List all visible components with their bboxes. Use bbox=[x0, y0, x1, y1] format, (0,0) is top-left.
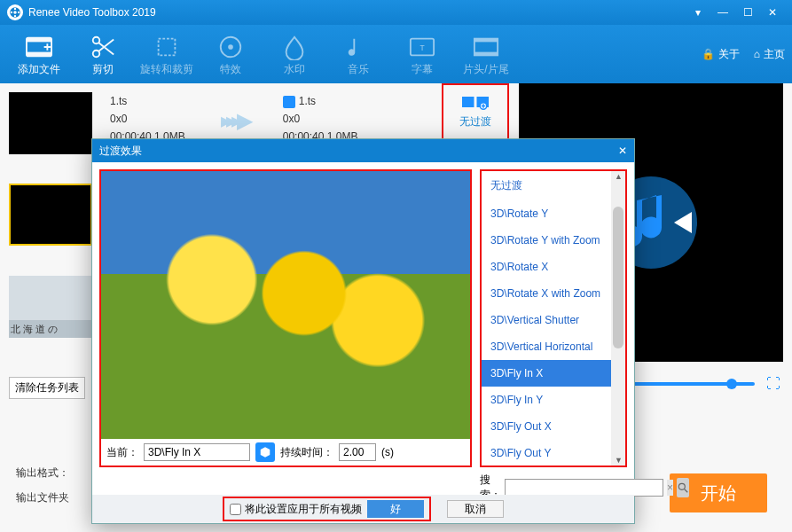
svg-point-4 bbox=[11, 12, 12, 13]
dest-info: 1.ts 0x0 00:00:40 1.0MB bbox=[283, 92, 358, 145]
dialog-title: 过渡效果 bbox=[99, 144, 142, 159]
svg-point-24 bbox=[678, 483, 685, 489]
effect-item[interactable]: 3D\Fly Out X bbox=[482, 413, 625, 440]
scroll-down-icon[interactable]: ▼ bbox=[615, 456, 623, 465]
effect-item[interactable]: 无过渡 bbox=[482, 171, 625, 200]
effect-item[interactable]: 3D\Rotate Y with Zoom bbox=[482, 227, 625, 254]
svg-point-10 bbox=[93, 50, 100, 57]
film-add-icon bbox=[7, 32, 71, 62]
search-button[interactable] bbox=[677, 478, 689, 497]
apply-all-box: 将此设置应用于所有视频 好 bbox=[223, 497, 430, 521]
file-thumb-2[interactable] bbox=[9, 184, 92, 246]
note-icon bbox=[326, 32, 390, 62]
svg-point-1 bbox=[13, 11, 17, 14]
effect-item[interactable]: 3D\Fly In X bbox=[482, 360, 625, 387]
watermark-button[interactable]: 水印 bbox=[263, 32, 326, 77]
dropdown-icon[interactable]: ▾ bbox=[686, 6, 710, 19]
home-link[interactable]: ⌂主页 bbox=[754, 47, 785, 62]
lock-icon: 🔒 bbox=[702, 48, 715, 60]
dialog-footer: 将此设置应用于所有视频 好 取消 bbox=[92, 495, 634, 523]
subtitle-button[interactable]: T 字幕 bbox=[390, 32, 454, 77]
effect-item[interactable]: 3D\Fly Out Y bbox=[482, 440, 625, 466]
transition-icon bbox=[462, 92, 489, 112]
file-thumb-3-label: 北 海 道 の bbox=[11, 323, 58, 336]
output-folder-label: 输出文件夹 bbox=[16, 490, 69, 505]
apply-all-checkbox-label[interactable]: 将此设置应用于所有视频 bbox=[230, 502, 361, 517]
dialog-titlebar: 过渡效果 ✕ bbox=[92, 139, 634, 162]
duration-unit: (s) bbox=[381, 446, 394, 458]
param-row: 当前： 持续时间： (s) bbox=[101, 439, 470, 466]
cut-button[interactable]: 剪切 bbox=[71, 32, 135, 77]
fx-icon bbox=[199, 32, 263, 62]
crop-icon bbox=[135, 32, 199, 62]
effect-item[interactable]: 3D\Rotate Y bbox=[482, 200, 625, 227]
rotate-crop-button[interactable]: 旋转和裁剪 bbox=[135, 32, 199, 77]
duration-input[interactable] bbox=[339, 443, 376, 461]
current-label: 当前： bbox=[106, 445, 138, 460]
main-toolbar: 添加文件 剪切 旋转和裁剪 特效 水印 音乐 T 字幕 片头/片尾 🔒关于 ⌂主… bbox=[0, 25, 792, 83]
add-file-button[interactable]: 添加文件 bbox=[7, 32, 71, 77]
duration-label: 持续时间： bbox=[280, 445, 333, 460]
titlebar: Renee Video Toolbox 2019 ▾ — ☐ ✕ bbox=[0, 0, 792, 25]
svg-text:T: T bbox=[420, 43, 424, 51]
svg-point-13 bbox=[228, 44, 233, 50]
svg-rect-11 bbox=[159, 38, 176, 55]
scroll-up-icon[interactable]: ▲ bbox=[615, 172, 623, 181]
about-link[interactable]: 🔒关于 bbox=[702, 47, 740, 62]
ok-button[interactable]: 好 bbox=[367, 500, 424, 518]
app-title: Renee Video Toolbox 2019 bbox=[28, 6, 156, 19]
svg-point-9 bbox=[93, 36, 100, 43]
svg-rect-7 bbox=[27, 37, 51, 42]
effects-button[interactable]: 特效 bbox=[199, 32, 263, 77]
dialog-close-button[interactable]: ✕ bbox=[618, 145, 627, 157]
music-button[interactable]: 音乐 bbox=[326, 32, 390, 77]
svg-point-2 bbox=[14, 8, 16, 10]
pencil-icon bbox=[283, 96, 295, 108]
fullscreen-icon[interactable]: ⛶ bbox=[764, 374, 783, 394]
subtitle-icon: T bbox=[390, 32, 454, 62]
source-info: 1.ts 0x0 00:00:40 1.0MB bbox=[110, 92, 185, 145]
effect-list: 无过渡3D\Rotate Y3D\Rotate Y with Zoom3D\Ro… bbox=[480, 169, 627, 467]
effect-preview-panel: 当前： 持续时间： (s) bbox=[99, 169, 472, 467]
svg-rect-8 bbox=[27, 51, 51, 56]
clear-search-button[interactable]: × bbox=[667, 480, 673, 496]
clear-list-button[interactable]: 清除任务列表 bbox=[9, 377, 85, 399]
svg-rect-18 bbox=[474, 51, 498, 55]
svg-rect-19 bbox=[462, 97, 474, 107]
close-button[interactable]: ✕ bbox=[760, 6, 785, 19]
film-icon bbox=[454, 32, 518, 62]
effect-item[interactable]: 3D\Vertical Shutter bbox=[482, 307, 625, 333]
source-thumb[interactable] bbox=[9, 92, 92, 154]
scissors-icon bbox=[71, 32, 135, 62]
effect-item[interactable]: 3D\Rotate X bbox=[482, 254, 625, 280]
svg-point-5 bbox=[18, 12, 20, 13]
arrow-icon: ▸▸▸▶ bbox=[221, 108, 247, 133]
search-input[interactable] bbox=[505, 479, 663, 497]
transition-button[interactable]: 无过渡 bbox=[442, 83, 509, 145]
transition-dialog: 过渡效果 ✕ 当前： 持续时间： (s) 无过渡3D\Rotate Y3D\Ro… bbox=[91, 138, 635, 524]
intro-outro-button[interactable]: 片头/片尾 bbox=[454, 32, 518, 77]
effect-preview-image bbox=[101, 171, 470, 442]
svg-rect-17 bbox=[474, 38, 498, 42]
effect-item[interactable]: 3D\Fly In Y bbox=[482, 387, 625, 413]
effect-item[interactable]: 3D\Vertical Horizontal bbox=[482, 333, 625, 360]
maximize-button[interactable]: ☐ bbox=[735, 6, 760, 19]
current-effect-input[interactable] bbox=[144, 443, 250, 461]
output-format-label: 输出格式： bbox=[16, 466, 69, 481]
cancel-button[interactable]: 取消 bbox=[447, 500, 504, 518]
svg-point-3 bbox=[14, 15, 16, 17]
droplet-icon bbox=[263, 32, 326, 62]
effect-item[interactable]: 3D\Rotate X with Zoom bbox=[482, 280, 625, 307]
preview-cube-button[interactable] bbox=[255, 442, 275, 462]
scrollbar[interactable] bbox=[611, 171, 625, 466]
minimize-button[interactable]: — bbox=[710, 6, 735, 19]
apply-all-checkbox[interactable] bbox=[230, 504, 241, 515]
app-logo-icon bbox=[7, 4, 23, 20]
home-icon: ⌂ bbox=[754, 48, 760, 60]
